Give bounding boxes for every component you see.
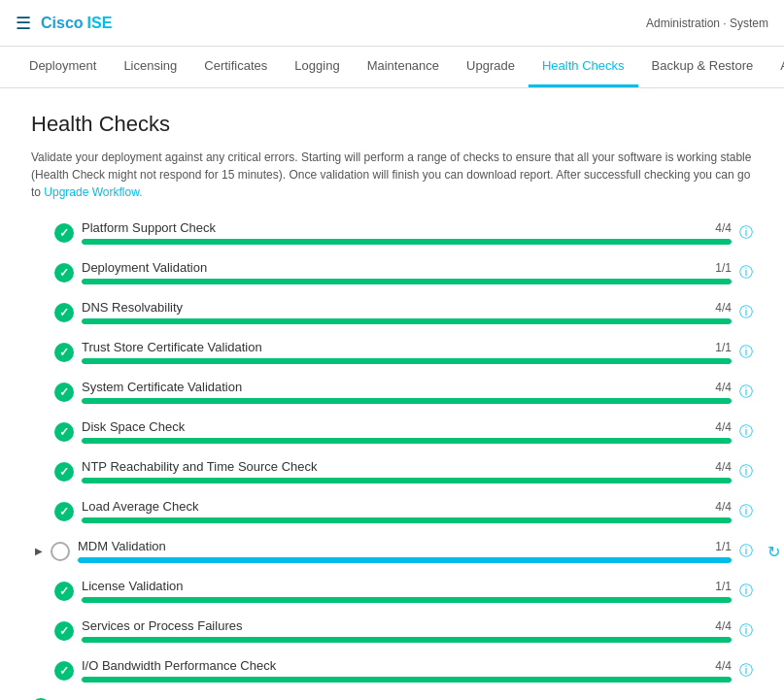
check-inner: System Certificate Validation 4/4 [82, 380, 732, 404]
progress-bar [82, 318, 732, 324]
check-name: System Certificate Validation [82, 380, 242, 394]
info-icon[interactable]: ⓘ [739, 383, 753, 401]
check-header: Trust Store Certificate Validation 1/1 [82, 340, 732, 354]
page-description: Validate your deployment against any cri… [31, 149, 753, 201]
progress-bar [82, 279, 732, 284]
progress-bar [82, 438, 732, 444]
hamburger-icon[interactable]: ☰ [16, 13, 31, 34]
admin-info: Administration · System [646, 17, 768, 30]
nav-upgrade[interactable]: Upgrade [453, 47, 528, 87]
check-inner: NTP Reachability and Time Source Check 4… [82, 459, 732, 483]
refresh-icon[interactable]: ↻ [767, 542, 780, 560]
nav-certificates[interactable]: Certificates [190, 47, 281, 87]
info-icon[interactable]: ⓘ [739, 503, 753, 520]
check-header: Platform Support Check 4/4 [82, 220, 732, 235]
header-left: ☰ Cisco ISE [16, 13, 112, 34]
progress-bar-fill [78, 557, 732, 563]
progress-bar [82, 677, 732, 683]
check-item: ✓ Load Average Check 4/4 ⓘ [31, 499, 753, 523]
info-icon[interactable]: ⓘ [739, 463, 753, 481]
info-icon[interactable]: ⓘ [739, 304, 753, 321]
nav-logging[interactable]: Logging [281, 47, 353, 87]
progress-bar-fill [82, 677, 732, 683]
info-icon[interactable]: ⓘ [739, 423, 753, 441]
check-item: ✓ I/O Bandwidth Performance Check 4/4 ⓘ [31, 658, 753, 683]
check-status-icon: ✓ [54, 383, 74, 402]
progress-bar-fill [82, 318, 732, 324]
check-inner: Trust Store Certificate Validation 1/1 [82, 340, 732, 364]
check-status-icon: ✓ [54, 661, 74, 681]
check-score: 4/4 [715, 619, 732, 633]
check-item: ✓ NTP Reachability and Time Source Check… [31, 459, 753, 483]
info-icon[interactable]: ⓘ [739, 662, 753, 680]
check-score: 4/4 [715, 221, 732, 235]
progress-bar [82, 637, 732, 643]
brand-ise: ISE [87, 15, 113, 32]
check-status-icon: ✓ [54, 502, 74, 521]
check-inner: I/O Bandwidth Performance Check 4/4 [82, 658, 732, 683]
check-status-icon: ✓ [54, 462, 74, 482]
check-inner: Disk Space Check 4/4 [82, 419, 732, 444]
main-nav: Deployment Licensing Certificates Loggin… [0, 47, 784, 88]
progress-bar-fill [82, 478, 732, 483]
check-item: ✓ Disk Space Check 4/4 ⓘ [31, 419, 753, 444]
page-title: Health Checks [31, 112, 753, 137]
check-score: 1/1 [715, 540, 732, 553]
check-score: 1/1 [715, 261, 732, 275]
progress-bar [82, 597, 732, 603]
check-status-icon: ✓ [54, 223, 74, 243]
check-name: I/O Bandwidth Performance Check [82, 658, 276, 673]
check-inner: License Validation 1/1 [82, 579, 732, 603]
nav-admin-access[interactable]: Admin Access [767, 47, 784, 87]
info-icon[interactable]: ⓘ [739, 622, 753, 640]
nav-health-checks[interactable]: Health Checks [528, 47, 638, 87]
info-icon[interactable]: ⓘ [739, 224, 753, 242]
progress-bar [82, 239, 732, 245]
check-name: Load Average Check [82, 499, 198, 514]
check-status-icon: ✓ [54, 582, 74, 601]
progress-bar [82, 517, 732, 523]
info-icon[interactable]: ⓘ [739, 543, 753, 560]
check-status-icon: ✓ [54, 621, 74, 641]
check-header: Disk Space Check 4/4 [82, 419, 732, 434]
check-header: MDM Validation 1/1 [78, 539, 732, 553]
check-name: MDM Validation [78, 539, 166, 553]
check-status-icon: ✓ [54, 343, 74, 362]
brand: Cisco ISE [41, 15, 112, 32]
progress-bar [82, 358, 732, 364]
progress-bar [78, 557, 732, 563]
progress-bar-fill [82, 239, 732, 245]
progress-bar-fill [82, 438, 732, 444]
progress-bar-fill [82, 637, 732, 643]
expand-icon[interactable]: ▶ [31, 544, 47, 559]
check-header: System Certificate Validation 4/4 [82, 380, 732, 394]
check-score: 1/1 [715, 341, 732, 354]
brand-cisco: Cisco [41, 15, 84, 32]
nav-licensing[interactable]: Licensing [110, 47, 190, 87]
nav-deployment[interactable]: Deployment [16, 47, 110, 87]
progress-bar-fill [82, 517, 732, 523]
check-score: 4/4 [715, 460, 732, 474]
check-score: 4/4 [715, 301, 732, 315]
nav-maintenance[interactable]: Maintenance [354, 47, 453, 87]
progress-bar-fill [82, 597, 732, 603]
upgrade-workflow-link[interactable]: Upgrade Workflow. [44, 185, 142, 199]
progress-bar-fill [82, 358, 732, 364]
app-header: ☰ Cisco ISE Administration · System [0, 0, 784, 47]
progress-bar [82, 478, 732, 483]
checks-list: ✓ Platform Support Check 4/4 ⓘ ✓ Deploym… [31, 220, 753, 683]
nav-backup-restore[interactable]: Backup & Restore [638, 47, 767, 87]
check-inner: DNS Resolvability 4/4 [82, 300, 732, 324]
check-item: ✓ Deployment Validation 1/1 ⓘ [31, 260, 753, 284]
check-name: Trust Store Certificate Validation [82, 340, 262, 354]
check-header: Deployment Validation 1/1 [82, 260, 732, 275]
check-status-icon: ✓ [54, 263, 74, 283]
info-icon[interactable]: ⓘ [739, 583, 753, 600]
progress-bar [82, 398, 732, 404]
check-inner: Platform Support Check 4/4 [82, 220, 732, 245]
check-header: I/O Bandwidth Performance Check 4/4 [82, 658, 732, 673]
info-icon[interactable]: ⓘ [739, 344, 753, 361]
check-name: Disk Space Check [82, 419, 185, 434]
info-icon[interactable]: ⓘ [739, 264, 753, 282]
check-item: ✓ DNS Resolvability 4/4 ⓘ [31, 300, 753, 324]
